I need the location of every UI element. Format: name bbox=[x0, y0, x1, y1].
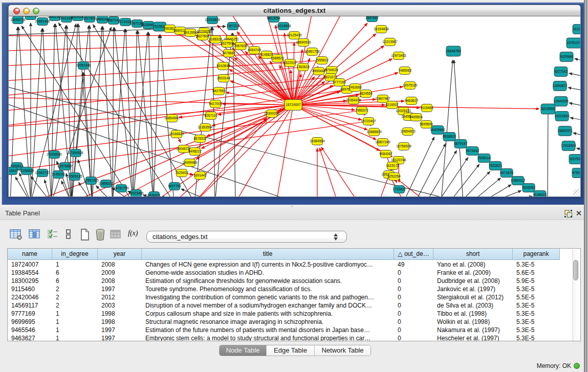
scrollbar-thumb[interactable] bbox=[573, 260, 578, 280]
tab-node-table[interactable]: Node Table bbox=[220, 345, 267, 356]
node-label: 1145193 bbox=[52, 172, 65, 176]
citation-edge-black[interactable] bbox=[495, 190, 521, 196]
function-builder-icon[interactable]: f(x) bbox=[128, 229, 138, 237]
table-row[interactable]: 1872400712008Changes of HCN gene express… bbox=[8, 260, 580, 269]
cell-year: 2012 bbox=[98, 293, 142, 301]
cell-in_degree: 1 bbox=[52, 326, 98, 334]
citation-edge-black[interactable] bbox=[568, 87, 580, 91]
node-label: 9457791 bbox=[168, 184, 181, 188]
node-label: 23975887 bbox=[57, 164, 73, 168]
citation-edge-black[interactable] bbox=[575, 59, 580, 61]
citation-edge-black[interactable] bbox=[569, 73, 580, 77]
citation-edge-black[interactable] bbox=[181, 189, 215, 196]
row-select-icon[interactable] bbox=[47, 228, 58, 243]
citation-edge-black[interactable] bbox=[573, 133, 580, 136]
citation-edge-red[interactable] bbox=[293, 105, 362, 120]
row-height-icon[interactable] bbox=[64, 228, 73, 243]
node-label: 16154838 bbox=[374, 27, 389, 31]
column-header-title[interactable]: title bbox=[142, 249, 394, 260]
node-label: 16120746 bbox=[391, 158, 406, 162]
citation-edge-black[interactable] bbox=[126, 29, 133, 196]
network-view-window[interactable]: citations_edges.txt 14055724209904062069… bbox=[8, 5, 581, 197]
window-resize-grip[interactable] bbox=[573, 189, 580, 196]
new-file-icon[interactable] bbox=[79, 228, 91, 244]
table-vertical-scrollbar[interactable] bbox=[572, 249, 579, 341]
citation-edge-red[interactable] bbox=[379, 166, 393, 196]
cell-in_degree: 1 bbox=[52, 318, 98, 326]
citation-edge-black[interactable] bbox=[569, 103, 580, 106]
citation-edge-red[interactable] bbox=[319, 148, 338, 196]
node-label: 8186328 bbox=[209, 37, 222, 41]
column-header-pagerank[interactable]: pagerank bbox=[513, 249, 560, 260]
table-panel: Table Panel ⌃ ✕ bbox=[0, 205, 584, 372]
node-label: 9417006 bbox=[209, 102, 222, 105]
column-header-short[interactable]: short bbox=[433, 249, 513, 260]
cell-out_de: 0 bbox=[394, 334, 433, 341]
citation-edge-black[interactable] bbox=[570, 118, 580, 121]
table-row[interactable]: 2242004622012Investigating the contribut… bbox=[8, 293, 580, 301]
citation-edge-red[interactable] bbox=[293, 105, 539, 109]
citation-edge-black[interactable] bbox=[548, 109, 548, 196]
table-row[interactable]: 946362711997Embryonic stem cells: a mode… bbox=[8, 334, 580, 341]
network-table-select[interactable]: citations_edges.txt bbox=[146, 231, 347, 243]
cell-short: Franke et al. (2009) bbox=[433, 269, 513, 277]
table-settings-icon[interactable] bbox=[10, 228, 23, 243]
import-table-icon[interactable] bbox=[110, 228, 122, 243]
column-header-out_de[interactable]: △ out_de… bbox=[394, 249, 433, 260]
citation-edge-red[interactable] bbox=[293, 99, 376, 105]
network-table-select-value: citations_edges.txt bbox=[153, 233, 208, 240]
cell-name: 19384554 bbox=[8, 269, 52, 277]
float-panel-icon[interactable] bbox=[564, 209, 573, 218]
citation-edge-red[interactable] bbox=[321, 147, 358, 196]
citation-edge-black[interactable] bbox=[148, 32, 154, 196]
table-row[interactable]: 1456911722003Disruption of a novel membe… bbox=[8, 301, 580, 310]
citation-edge-black[interactable] bbox=[416, 143, 446, 196]
citation-edge-black[interactable] bbox=[133, 30, 137, 196]
citation-edge-black[interactable] bbox=[485, 185, 511, 196]
citation-edge-red[interactable] bbox=[9, 35, 294, 36]
citation-edge-red[interactable] bbox=[293, 42, 294, 105]
combo-stepper-icon bbox=[333, 233, 338, 241]
cell-in_degree: 1 bbox=[52, 310, 98, 318]
cell-name: 9699695 bbox=[8, 318, 52, 326]
citation-edge-black[interactable] bbox=[31, 177, 51, 196]
citation-edge-black[interactable] bbox=[215, 33, 232, 196]
citation-edge-black[interactable] bbox=[462, 171, 490, 196]
citation-edge-black[interactable] bbox=[92, 26, 102, 196]
table-row[interactable]: 969969511998Structural magnetic resonanc… bbox=[8, 318, 580, 326]
column-header-in_degree[interactable]: in_degree bbox=[52, 249, 98, 260]
table-row[interactable]: 977716911998Corpus callosum shape and si… bbox=[8, 310, 580, 318]
citation-edge-black[interactable] bbox=[114, 27, 133, 196]
citation-edge-red[interactable] bbox=[174, 118, 267, 196]
column-header-name[interactable]: name bbox=[8, 249, 52, 260]
network-canvas[interactable]: 1405572420990406206914061885252419013189… bbox=[9, 16, 580, 196]
node-label: 20364436 bbox=[346, 98, 361, 102]
node-label: 9084067 bbox=[379, 152, 393, 156]
cell-name: 9777169 bbox=[8, 310, 52, 318]
citation-edge-black[interactable] bbox=[451, 164, 480, 196]
table-row[interactable]: 1938455462009Genome-wide association stu… bbox=[8, 269, 580, 277]
node-label: 1362615 bbox=[296, 65, 310, 69]
tab-edge-table[interactable]: Edge Table bbox=[267, 345, 315, 356]
cell-title: Corpus callosum shape and size in male p… bbox=[142, 310, 394, 318]
table-row[interactable]: 1830029562008Estimation of significance … bbox=[8, 277, 580, 285]
node-label: 9474444 bbox=[466, 149, 479, 152]
cell-title: Tourette syndrome. Phenomenology and cla… bbox=[142, 285, 394, 293]
cell-out_de: 0 bbox=[394, 326, 433, 334]
node-label: 20206536 bbox=[47, 152, 62, 156]
window-titlebar[interactable]: citations_edges.txt bbox=[9, 5, 580, 16]
close-panel-icon[interactable]: ✕ bbox=[574, 208, 583, 218]
tab-network-table[interactable]: Network Table bbox=[315, 345, 371, 356]
divider-caret-icon[interactable]: ⌃ bbox=[290, 205, 294, 210]
column-header-year[interactable]: year bbox=[98, 249, 142, 260]
cell-title: Genome-wide association studies in ADHD. bbox=[142, 269, 394, 277]
table-row[interactable]: 946554611997Estimation of the future num… bbox=[8, 326, 580, 334]
citation-edge-black[interactable] bbox=[15, 177, 31, 196]
table-row[interactable]: 911546021997Tourette syndrome. Phenomeno… bbox=[8, 285, 580, 293]
node-label: 1167533 bbox=[569, 157, 580, 161]
citation-edge-black[interactable] bbox=[576, 148, 580, 151]
node-label: 9252254 bbox=[387, 174, 401, 178]
delete-icon[interactable] bbox=[94, 228, 106, 244]
column-visibility-icon[interactable] bbox=[29, 228, 41, 243]
cell-short: Stergiakouli et al. (2012) bbox=[433, 293, 513, 301]
